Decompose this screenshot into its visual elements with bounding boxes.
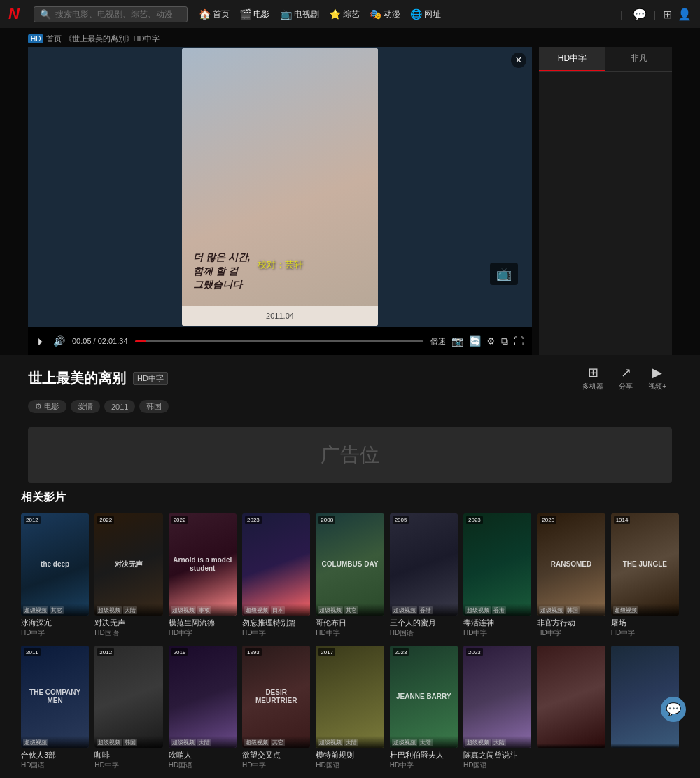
card-title: 杜巴利伯爵夫人	[390, 750, 458, 760]
card-tags: 超级视频韩国	[539, 606, 603, 614]
card-title: 咖啡	[94, 750, 162, 760]
card-title: 哥伦布日	[316, 618, 384, 628]
movie-poster: 2023 超级视频香港	[463, 513, 531, 616]
video-area[interactable]: 더 많은 시간,함께 할 걸그랬습니다 2011.04 校对：芸轩 📺 ×	[28, 47, 532, 327]
poster-title-en: Arnold is a model student	[172, 556, 234, 573]
movie-tag: 超级视频	[392, 739, 417, 746]
nav-website[interactable]: 🌐 网址	[410, 8, 441, 20]
nav-home[interactable]: 🏠 首页	[199, 8, 230, 20]
movie-card[interactable]: 对决无声 2022 超级视频大陆 对决无声 HD国语	[94, 513, 162, 640]
search-input[interactable]	[55, 9, 174, 19]
anime-icon: 🎭	[370, 8, 382, 20]
poster-title-en: THE JUNGLE	[615, 560, 676, 569]
nav-anime[interactable]: 🎭 动漫	[370, 8, 400, 20]
card-tags: 超级视频韩国	[97, 739, 160, 746]
card-sub: HD中字	[242, 628, 310, 638]
movie-poster: THE JUNGLE 1914 超级视频	[611, 513, 679, 616]
movie-card[interactable]: 2023 超级视频香港 毒活连神 HD中字	[463, 513, 531, 640]
player-close-button[interactable]: ×	[511, 53, 526, 68]
year-badge: 2022	[97, 516, 114, 524]
poster-text: Arnold is a model student	[172, 556, 234, 573]
movie-tag: 超级视频	[97, 739, 122, 746]
movie-tag: 超级视频	[539, 606, 564, 614]
card-tags: 超级视频日本	[244, 606, 308, 614]
info-title-row: 世上最美的离别 HD中字 ⊞ 多机器 ↗ 分享 ▶ 视频+	[28, 362, 672, 394]
movie-card[interactable]: DESIR MEURTRIER 1993 超级视频其它 欲望交叉点 HD中字	[242, 646, 310, 772]
sidebar-content	[539, 72, 672, 324]
fullscreen-button[interactable]: ⛶	[514, 335, 524, 347]
sidebar-tab-hd[interactable]: HD中字	[539, 47, 606, 71]
country-tag-label: 韩国	[146, 401, 162, 412]
screenshot-button[interactable]: 📷	[451, 335, 463, 347]
video-plus-button[interactable]: ▶ 视频+	[643, 362, 672, 394]
settings-button[interactable]: ⚙	[486, 335, 496, 347]
card-tags: 超级视频其它	[318, 606, 382, 614]
multi-screen-icon: ⊞	[588, 365, 598, 380]
volume-button[interactable]: 🔊	[53, 335, 65, 347]
card-overlay: 超级视频大陆	[390, 736, 458, 748]
year-badge: 2023	[393, 648, 410, 656]
movie-card[interactable]: 2005 超级视频香港 三个人的蜜月 HD国语	[390, 513, 458, 640]
user-icon[interactable]: 👤	[678, 8, 692, 21]
play-button[interactable]: ⏵	[36, 335, 46, 347]
movie-card[interactable]: THE COMPANY MEN 2011 超级视频 合伙人3部 HD国语	[21, 646, 89, 772]
tag-romance[interactable]: 爱情	[71, 400, 100, 413]
movie-card[interactable]: Arnold is a model student 2022 超级视频事项 模范…	[169, 513, 237, 640]
movie-tag: 超级视频	[171, 739, 196, 746]
sidebar-tab-feifan[interactable]: 非凡	[606, 47, 672, 71]
movie-card[interactable]: 2012 超级视频韩国 咖啡 HD中字	[94, 646, 162, 772]
card-overlay: 超级视频	[21, 736, 89, 748]
card-sub: HD国语	[463, 760, 531, 770]
netflix-logo: N	[8, 5, 20, 23]
refresh-button[interactable]: 🔄	[469, 335, 481, 347]
poster-title-en: JEANNE BARRY	[393, 693, 455, 701]
nav-variety[interactable]: ⭐ 综艺	[329, 8, 360, 20]
tag-country[interactable]: 韩国	[139, 400, 169, 413]
tag-year[interactable]: 2011	[104, 400, 135, 413]
nav-tv[interactable]: 📺 电视剧	[280, 8, 319, 20]
share-icon: ↗	[621, 365, 631, 380]
tv-mode-icon[interactable]: 📺	[490, 263, 518, 285]
multi-screen-button[interactable]: ⊞ 多机器	[577, 362, 609, 394]
year-badge: 1993	[245, 648, 262, 656]
movie-card[interactable]: RANSOMED 2023 超级视频韩国 非官方行动 HD中字	[537, 513, 605, 640]
year-badge: 2023	[466, 516, 483, 524]
movie-tag: 日本	[271, 606, 285, 614]
tag-movie[interactable]: ⚙ 电影	[28, 400, 66, 413]
year-tag-label: 2011	[111, 403, 128, 411]
movie-poster: 2023 超级视频大陆	[463, 646, 531, 748]
progress-bar[interactable]	[135, 340, 424, 342]
movie-card[interactable]: 2017 超级视频大陆 模特前规则 HD国语	[316, 646, 384, 772]
movie-tag: 大陆	[492, 739, 506, 746]
movie-card[interactable]: COLUMBUS DAY 2008 超级视频其它 哥伦布日 HD中字	[316, 513, 384, 640]
movie-card[interactable]: the deep 2012 超级视频其它 冰海深宂 HD中字	[21, 513, 89, 640]
poster-text: 对决无声	[98, 560, 160, 569]
card-info: 屠场 HD中字	[611, 616, 679, 640]
nav-variety-label: 综艺	[343, 8, 360, 20]
chat-icon[interactable]: 💬	[633, 8, 647, 21]
movie-card[interactable]: 2019 超级视频大陆 吹哨人 HD国语	[169, 646, 237, 772]
movie-card[interactable]: 2023 超级视频日本 勿忘推理特别篇 HD中字	[242, 513, 310, 640]
movie-card[interactable]: JEANNE BARRY 2023 超级视频大陆 杜巴利伯爵夫人 HD中字	[390, 646, 458, 772]
card-title: 毒活连神	[463, 618, 531, 628]
movie-poster: DESIR MEURTRIER 1993 超级视频其它	[242, 646, 310, 748]
speed-button[interactable]: 倍速	[430, 336, 446, 347]
movie-card[interactable]: 2023 超级视频大陆 陈真之闯曾说斗 HD国语	[463, 646, 531, 772]
search-bar[interactable]: 🔍	[34, 6, 188, 22]
card-overlay: 超级视频其它	[316, 604, 384, 616]
movie-tag: 超级视频	[613, 606, 638, 614]
card-tags: 超级视频其它	[244, 739, 308, 746]
chat-button[interactable]: 💬	[661, 697, 686, 722]
movie-card[interactable]	[537, 646, 605, 772]
card-overlay: 超级视频韩国	[94, 736, 162, 748]
grid-icon[interactable]: ⊞	[663, 8, 672, 21]
pip-button[interactable]: ⧉	[501, 335, 508, 347]
card-sub: HD国语	[390, 628, 458, 638]
share-button[interactable]: ↗ 分享	[613, 362, 638, 394]
card-sub: HD中字	[316, 628, 384, 638]
movie-card[interactable]: THE JUNGLE 1914 超级视频 屠场 HD中字	[611, 513, 679, 640]
year-badge: 2012	[24, 516, 41, 524]
website-icon: 🌐	[410, 8, 422, 20]
movie-tag: 大陆	[197, 739, 211, 746]
nav-movie[interactable]: 🎬 电影	[239, 8, 270, 20]
